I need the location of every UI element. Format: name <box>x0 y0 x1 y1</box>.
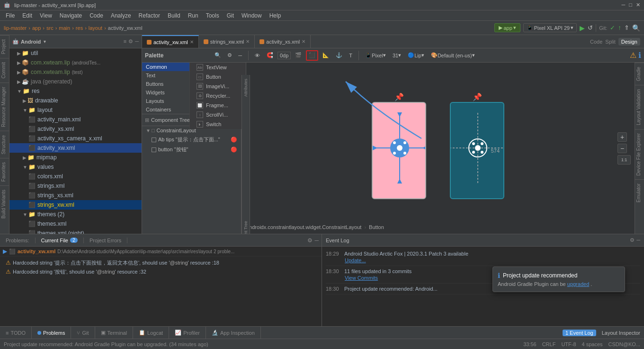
tree-colors[interactable]: ⬛ colors.xml <box>9 172 142 181</box>
favorites-tab[interactable]: Favorites <box>0 158 9 185</box>
git-update-btn[interactable]: ↑ <box>618 24 621 31</box>
problems-settings-btn[interactable]: ⚙ <box>307 237 313 244</box>
layout-validation-tab[interactable]: Layout Validation <box>635 85 644 129</box>
menu-build[interactable]: Build <box>164 11 184 20</box>
palette-settings-btn[interactable]: ⚙ <box>225 50 234 61</box>
bc-app[interactable]: app <box>32 25 41 31</box>
encoding-label[interactable]: UTF-8 <box>561 341 576 347</box>
lip-dropdown[interactable]: 🔵 Lip ▾ <box>405 50 427 61</box>
tree-java-gen[interactable]: ▶ ☕ java (generated) <box>9 77 142 86</box>
text-btn[interactable]: T <box>347 50 355 61</box>
search-everywhere-btn[interactable]: 🔍 <box>632 24 640 32</box>
todo-tab[interactable]: ≡ TODO <box>0 327 32 339</box>
canvas-bc-item[interactable]: Button <box>369 224 384 230</box>
palette-switch[interactable]: ⏵ Switch <box>190 119 246 129</box>
bc-main[interactable]: main <box>59 25 70 31</box>
menu-help[interactable]: Help <box>266 11 285 20</box>
menu-analyze[interactable]: Analyze <box>107 11 135 20</box>
canvas-bc-class[interactable]: androidx.constraintlayout.widget.Constra… <box>246 224 361 230</box>
terminal-btab[interactable]: ▣ Terminal <box>95 327 134 339</box>
commit-tab[interactable]: Commit <box>0 58 9 82</box>
palette-minimize-btn[interactable]: ─ <box>236 50 244 61</box>
gradle-tab[interactable]: Gradle <box>635 63 644 85</box>
view-code-btn[interactable]: Code <box>590 39 602 45</box>
device-file-explorer-tab[interactable]: Device File Explorer <box>635 129 644 179</box>
menu-navigate[interactable]: Navigate <box>56 11 86 20</box>
palette-fragment[interactable]: ⬜ Fragme... <box>190 101 246 110</box>
bc-file[interactable]: activity_xw.xml <box>108 25 143 31</box>
logcat-btab[interactable]: 📋 Logcat <box>133 327 169 339</box>
palette-textview[interactable]: Ab TextView <box>190 63 246 72</box>
profiler-btab[interactable]: 📈 Profiler <box>169 327 206 339</box>
event-log-settings-btn[interactable]: ⚙ <box>630 237 635 243</box>
menu-git[interactable]: Git <box>223 11 238 20</box>
problems-tab-header[interactable]: Problems: <box>0 238 36 243</box>
dp-selector[interactable]: 0dp <box>277 52 291 59</box>
event-log-minimize-btn[interactable]: ─ <box>636 237 640 243</box>
toggle-rendered-btn[interactable]: 👁 <box>252 50 262 61</box>
menu-tools[interactable]: Tools <box>202 11 223 20</box>
tree-activity-xw[interactable]: ⬛ activity_xw.xml <box>9 143 142 153</box>
update-link[interactable]: Update... <box>345 257 366 263</box>
tree-pkg-test[interactable]: ▶ 📦 com.xwteam.lip (test) <box>9 67 142 77</box>
build-variants-tab[interactable]: Build Variants <box>0 185 9 222</box>
run-btn[interactable]: ▶ <box>580 24 585 32</box>
indent-label[interactable]: 4 spaces <box>582 341 603 347</box>
attributes-label[interactable]: Attributes <box>243 79 248 97</box>
tab-close-1[interactable]: ✕ <box>190 39 194 45</box>
problems-minimize-btn[interactable]: ─ <box>314 237 319 244</box>
palette-imageview[interactable]: 🖼 ImageVi... <box>190 82 246 91</box>
comp-tips-textview[interactable]: Ab tips "提示：点击下面..." 🔴 <box>142 135 241 145</box>
layout-inspector-btn[interactable]: Layout Inspector <box>602 330 640 336</box>
bc-layout[interactable]: layout <box>89 25 102 31</box>
tree-themes-night[interactable]: ⬛ themes.xml (night) <box>9 229 142 234</box>
tab-activity-xs[interactable]: activity_xs.xml ✕ <box>255 35 311 48</box>
window-controls[interactable]: ─ □ ✕ <box>622 2 640 8</box>
git-btab[interactable]: ⑂ Git <box>71 327 95 339</box>
palette-scrollview[interactable]: ↕ ScrollVi... <box>190 110 246 119</box>
tab-close-2[interactable]: ✕ <box>246 39 250 44</box>
close-btn[interactable]: ✕ <box>636 2 640 8</box>
tree-expand-icon[interactable]: ≡ <box>124 38 126 45</box>
tree-settings-icon[interactable]: ⚙ <box>128 38 133 45</box>
constraint-btn[interactable]: ⚓ <box>333 50 345 61</box>
bc-lip-master[interactable]: lip-master <box>4 25 27 31</box>
tree-strings[interactable]: ⬛ strings.xml <box>9 181 142 191</box>
tree-strings-xw[interactable]: ⬛ strings_xw.xml <box>9 200 142 210</box>
menu-run[interactable]: Run <box>184 11 202 20</box>
app-inspection-btab[interactable]: 🔬 App Inspection <box>206 327 261 339</box>
tree-res[interactable]: ▼ 📁 res <box>9 86 142 96</box>
menu-view[interactable]: View <box>36 11 56 20</box>
view-split-btn[interactable]: Split <box>605 39 615 45</box>
line-separator[interactable]: CRLF <box>542 341 556 347</box>
tree-mipmap[interactable]: ▶ 📁 mipmap <box>9 153 142 162</box>
event-log-badge[interactable]: 1 Event Log <box>563 330 596 336</box>
cursor-position[interactable]: 33:56 <box>523 341 537 347</box>
menu-window[interactable]: Window <box>238 11 266 20</box>
bc-src[interactable]: src <box>46 25 54 31</box>
zoom-in-btn[interactable]: + <box>617 132 627 142</box>
project-tab[interactable]: Project <box>0 35 9 58</box>
theme-dropdown[interactable]: 🎨 Default (en-us) ▾ <box>429 50 477 61</box>
structure-tab[interactable]: Structure <box>0 131 9 158</box>
layout-btn[interactable]: 📐 <box>320 50 331 61</box>
comp-tree-sidebar-label[interactable]: Component Tree <box>243 221 248 234</box>
highlight-btn[interactable]: ⬛ <box>306 50 318 61</box>
problems-btab[interactable]: Problems <box>32 327 71 339</box>
pixel-dropdown[interactable]: 📱 Pixel ▾ <box>363 50 388 61</box>
comp-button[interactable]: button "按钮" 🔴 <box>142 145 241 155</box>
menu-code[interactable]: Code <box>86 11 107 20</box>
maximize-btn[interactable]: □ <box>629 2 632 8</box>
magnet-btn[interactable]: 🧲 <box>264 50 276 61</box>
tree-themes[interactable]: ▼ 📁 themes (2) <box>9 210 142 219</box>
view-commits-link[interactable]: View Commits <box>345 275 378 281</box>
menu-refactor[interactable]: Refactor <box>135 11 164 20</box>
emulator-tab[interactable]: Emulator <box>635 179 644 206</box>
git-push-btn[interactable]: ⇑ <box>624 24 629 31</box>
current-file-tab[interactable]: Current File 2 <box>36 238 84 243</box>
menu-edit[interactable]: Edit <box>18 11 36 20</box>
anim-btn[interactable]: 🎬 <box>293 50 304 61</box>
tree-drawable[interactable]: ▶ 🖼 drawable <box>9 96 142 105</box>
problem-filename[interactable]: activity_xw.xml <box>18 248 55 254</box>
bc-res[interactable]: res <box>76 25 83 31</box>
